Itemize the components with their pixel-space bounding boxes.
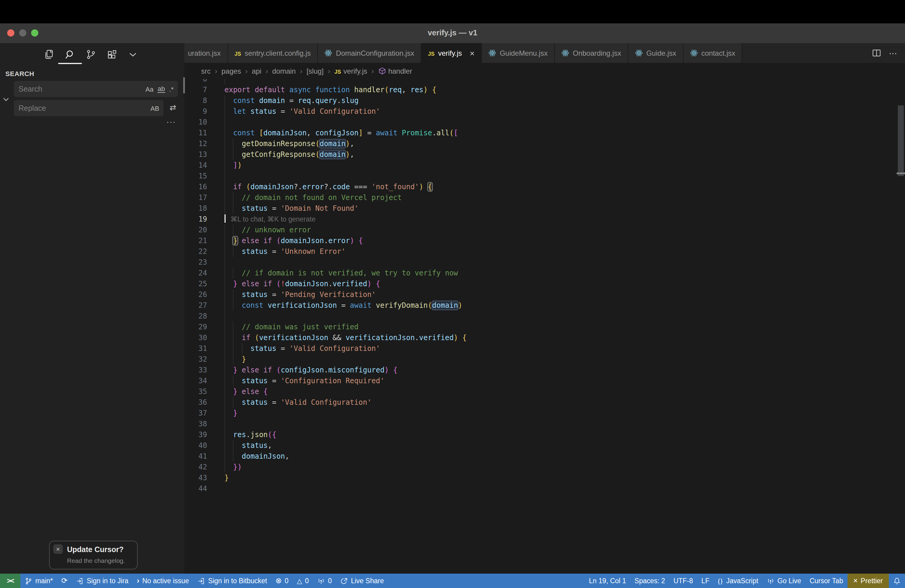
scrollbar-thumb[interactable] [898, 105, 904, 176]
code-line-29: 29 // domain was just verified [184, 321, 897, 332]
tab-Onboarding.jsx[interactable]: Onboarding.jsx [555, 43, 628, 63]
breadcrumb-item-api[interactable]: api [252, 67, 261, 75]
code-token: ) [458, 301, 462, 310]
code-token [237, 388, 241, 396]
code-area[interactable]: 67export default async function handler(… [184, 79, 905, 574]
remote-indicator-icon[interactable]: >< [0, 574, 21, 588]
indent-guide [224, 224, 225, 235]
close-icon[interactable]: × [470, 49, 475, 57]
tab-Guide.jsx[interactable]: Guide.jsx [628, 43, 683, 63]
tab-bar: uration.jsxJSsentry.client.config.jsDoma… [184, 43, 905, 63]
code-token: verificationJson [268, 301, 337, 310]
replace-all-icon[interactable]: ⇄ [167, 102, 179, 114]
statusbar-language-mode[interactable]: {}JavaScript [713, 574, 762, 588]
extensions-icon[interactable] [106, 49, 118, 60]
tab-sentry.client.config.js[interactable]: JSsentry.client.config.js [228, 43, 318, 63]
tab-label: contact.jsx [701, 49, 735, 57]
code-token: async [289, 86, 316, 94]
titlebar: verify.js — v1 [0, 23, 905, 44]
notification-subtitle[interactable]: Read the changelog. [67, 557, 125, 564]
tab-label: Guide.jsx [646, 49, 676, 57]
code-token: getDomainResponse [242, 140, 316, 148]
statusbar-bitbucket-signin[interactable]: Sign in to Bitbucket [193, 574, 271, 588]
highlighted-word: domain [320, 150, 346, 159]
code-line-34: 34 status = 'Configuration Required' [184, 375, 897, 386]
breadcrumb-item-pages[interactable]: pages [221, 67, 241, 75]
code-token: if [242, 334, 255, 342]
tab-GuideMenu.jsx[interactable]: GuideMenu.jsx [482, 43, 555, 63]
statusbar-problems-errors[interactable]: ⊗0 [271, 574, 293, 588]
statusbar-prettier[interactable]: ×Prettier [847, 574, 889, 588]
statusbar-live-share[interactable]: Live Share [336, 574, 388, 588]
code-token: domainJson [285, 280, 328, 288]
whole-word-icon[interactable]: ab [158, 85, 165, 93]
indent-guide [224, 289, 225, 300]
statusbar-notifications-bell[interactable] [889, 574, 905, 588]
statusbar-ports[interactable]: 0 [313, 574, 336, 588]
breadcrumb-item-handler[interactable]: handler [378, 67, 412, 75]
tab-DomainConfiguration.jsx[interactable]: DomainConfiguration.jsx [318, 43, 421, 63]
code-token: error [302, 183, 324, 191]
tab-verify.js[interactable]: JSverify.js× [421, 43, 482, 63]
statusbar-label: 0 [284, 577, 289, 585]
code-token: ( [428, 301, 432, 310]
close-icon[interactable]: × [53, 544, 63, 554]
statusbar-go-live[interactable]: Go Live [762, 574, 805, 588]
indent-guide [224, 246, 225, 257]
share-icon [340, 577, 348, 585]
code-token: ⌘L to chat, ⌘K to generate [230, 216, 316, 223]
replace-input[interactable] [14, 104, 151, 112]
statusbar-indentation[interactable]: Spaces: 2 [630, 574, 669, 588]
indent-guide [224, 79, 225, 84]
code-line-35: 35 } else { [184, 386, 897, 397]
statusbar-git-branch[interactable]: main* [21, 574, 57, 588]
search-input[interactable] [14, 85, 145, 93]
search-icon[interactable] [64, 49, 76, 60]
code-line-9: 9 let status = 'Valid Configuration' [184, 106, 897, 117]
split-editor-icon[interactable] [872, 49, 881, 57]
breadcrumb-item-[slug][interactable]: [slug] [306, 67, 324, 75]
code-token: else if [242, 237, 276, 245]
code-token: } [242, 355, 246, 364]
close-window-button[interactable] [7, 29, 14, 37]
breadcrumb-item-verify.js[interactable]: JSverify.js [335, 67, 367, 75]
statusbar-problems-warnings[interactable]: △0 [293, 574, 313, 588]
statusbar-encoding[interactable]: UTF-8 [669, 574, 697, 588]
match-case-icon[interactable]: Aa [145, 85, 154, 92]
code-token: 'not_found' [372, 183, 419, 191]
statusbar-jira-signin[interactable]: Sign in to Jira [72, 574, 133, 588]
js-icon: JS [335, 67, 341, 75]
files-icon[interactable] [43, 49, 55, 60]
code-token: json [251, 431, 268, 439]
line-content: } [207, 408, 897, 418]
code-token: else if [242, 366, 276, 374]
code-token: 'Unknown Error' [281, 247, 346, 256]
code-token: domain [259, 96, 285, 105]
statusbar-eol[interactable]: LF [697, 574, 714, 588]
statusbar-sync-changes[interactable]: ⟳ [57, 574, 72, 588]
js-icon: JS [234, 49, 241, 57]
more-actions-icon[interactable]: ⋯ [889, 48, 898, 58]
search-details-toggle-icon[interactable]: ··· [167, 118, 176, 126]
zoom-window-button[interactable] [31, 29, 38, 37]
code-token: = [268, 377, 281, 385]
statusbar-cursor-position[interactable]: Ln 19, Col 1 [585, 574, 630, 588]
preserve-case-icon[interactable]: AB [151, 105, 159, 112]
regex-icon[interactable]: .* [169, 85, 173, 92]
source-control-icon[interactable] [85, 49, 97, 60]
statusbar-active-issue[interactable]: ›No active issue [133, 574, 193, 588]
chevron-down-icon[interactable] [127, 49, 139, 60]
react-icon [635, 49, 643, 57]
code-token: = [363, 129, 376, 137]
code-token: 'Valid Configuration' [281, 398, 372, 407]
tab-uration.jsx[interactable]: uration.jsx [184, 43, 228, 63]
tab-contact.jsx[interactable]: contact.jsx [683, 43, 742, 63]
active-view-underline [58, 63, 82, 64]
breadcrumb-item-domain[interactable]: domain [272, 67, 296, 75]
minimize-window-button[interactable] [19, 29, 26, 37]
line-number: 22 [184, 246, 207, 257]
statusbar-cursor-tab[interactable]: Cursor Tab [805, 574, 847, 588]
breadcrumb-item-src[interactable]: src [201, 67, 211, 75]
toggle-replace-chevron-icon[interactable] [2, 95, 10, 103]
js-icon: JS [428, 49, 435, 57]
